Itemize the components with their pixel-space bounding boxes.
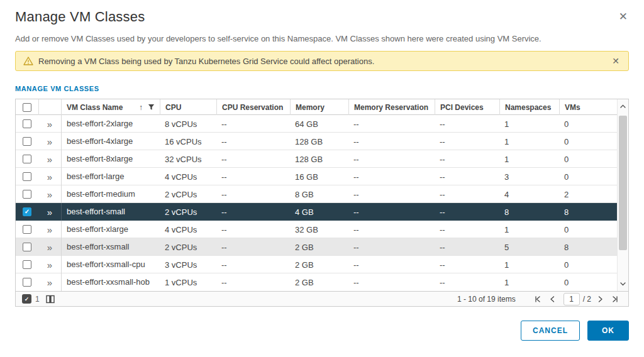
table-row[interactable]: » best-effort-small 2 vCPUs -- 4 GB -- -… [16, 203, 617, 221]
table-row[interactable]: » best-effort-large 4 vCPUs -- 16 GB -- … [16, 168, 617, 185]
row-checkbox[interactable] [23, 137, 31, 146]
column-header-cpu[interactable]: CPU [160, 99, 216, 115]
current-page-input[interactable] [564, 293, 580, 305]
scrollbar-thumb[interactable] [619, 116, 627, 250]
select-all-checkbox[interactable] [23, 103, 31, 112]
table-row[interactable]: » best-effort-8xlarge 32 vCPUs -- 128 GB… [16, 150, 617, 168]
table-row[interactable]: » best-effort-xsmall 2 vCPUs -- 2 GB -- … [16, 238, 617, 256]
expand-row-icon[interactable]: » [47, 225, 52, 234]
cell-cpu-reservation: -- [216, 119, 290, 129]
scroll-up-icon[interactable] [618, 99, 628, 113]
cancel-button[interactable]: CANCEL [521, 321, 580, 341]
close-icon[interactable]: ✕ [618, 9, 629, 25]
expand-row-icon[interactable]: » [47, 137, 52, 146]
row-checkbox[interactable] [23, 190, 31, 199]
cell-namespaces: 4 [499, 190, 559, 199]
cell-pci-devices: -- [435, 190, 499, 199]
ok-button[interactable]: OK [587, 321, 629, 341]
cell-memory: 4 GB [290, 207, 348, 217]
cell-cpu: 16 vCPUs [160, 137, 216, 146]
scroll-down-icon[interactable] [618, 277, 628, 291]
cell-cpu-reservation: -- [216, 278, 290, 287]
cell-namespaces: 5 [499, 243, 559, 252]
table-row[interactable]: » best-effort-medium 2 vCPUs -- 8 GB -- … [16, 185, 617, 203]
selection-count-icon[interactable] [22, 294, 31, 304]
cell-cpu-reservation: -- [216, 172, 290, 182]
table-scroll-region: VM Class Name ↑ CPU CPU Reservation Memo… [16, 99, 628, 291]
cell-vm-class-name: best-effort-xlarge [61, 221, 160, 238]
expand-row-icon[interactable]: » [47, 155, 52, 164]
cell-vms: 0 [559, 155, 617, 164]
column-header-vms[interactable]: VMs [559, 99, 617, 115]
cell-cpu-reservation: -- [216, 190, 290, 199]
column-header-cpu-reservation[interactable]: CPU Reservation [216, 99, 290, 115]
table-row[interactable]: » best-effort-xxsmall-hob 1 vCPUs -- 2 G… [16, 273, 617, 291]
selection-count: 1 [35, 295, 40, 304]
cell-cpu: 2 vCPUs [160, 243, 216, 252]
table-row[interactable]: » best-effort-2xlarge 8 vCPUs -- 64 GB -… [16, 115, 617, 133]
cell-cpu-reservation: -- [216, 225, 290, 234]
cell-memory-reservation: -- [348, 119, 435, 129]
last-page-button[interactable] [608, 296, 623, 302]
dialog-header: Manage VM Classes ✕ [15, 9, 629, 25]
cell-memory-reservation: -- [348, 260, 435, 270]
manage-vm-classes-dialog: Manage VM Classes ✕ Add or remove VM Cla… [0, 0, 644, 357]
cell-vm-class-name: best-effort-4xlarge [61, 133, 160, 150]
row-checkbox[interactable] [23, 155, 31, 163]
cell-namespaces: 1 [499, 155, 559, 164]
row-checkbox[interactable] [23, 172, 31, 181]
column-picker-icon[interactable] [46, 295, 55, 304]
expand-row-icon[interactable]: » [47, 190, 52, 199]
scrollbar-track[interactable] [618, 113, 628, 277]
table-row[interactable]: » best-effort-xlarge 4 vCPUs -- 32 GB --… [16, 221, 617, 238]
row-checkbox[interactable] [23, 278, 31, 287]
warning-close-icon[interactable]: ✕ [609, 55, 622, 67]
cell-pci-devices: -- [435, 155, 499, 164]
column-header-namespaces[interactable]: Namespaces [499, 99, 559, 115]
sort-ascending-icon[interactable]: ↑ [139, 103, 143, 112]
cell-memory: 2 GB [290, 278, 348, 287]
cell-cpu: 4 vCPUs [160, 172, 216, 182]
previous-page-button[interactable] [545, 296, 559, 302]
row-checkbox[interactable] [23, 119, 31, 128]
cell-memory-reservation: -- [348, 155, 435, 164]
cell-memory-reservation: -- [348, 137, 435, 146]
table-row[interactable]: » best-effort-4xlarge 16 vCPUs -- 128 GB… [16, 133, 617, 150]
cell-pci-devices: -- [435, 172, 499, 182]
cell-vms: 2 [559, 190, 617, 199]
cell-vms: 0 [559, 225, 617, 234]
next-page-button[interactable] [594, 296, 608, 302]
row-checkbox[interactable] [23, 207, 31, 216]
cell-cpu: 8 vCPUs [160, 119, 216, 129]
expand-row-icon[interactable]: » [47, 243, 52, 252]
column-header-memory-reservation[interactable]: Memory Reservation [348, 99, 435, 115]
row-checkbox[interactable] [23, 225, 31, 234]
expand-row-icon[interactable]: » [47, 207, 52, 217]
row-checkbox[interactable] [23, 260, 31, 269]
filter-icon[interactable] [148, 104, 155, 111]
section-label-manage-vm-classes[interactable]: MANAGE VM CLASSES [15, 85, 629, 92]
column-header-pci-devices[interactable]: PCI Devices [435, 99, 499, 115]
vertical-scrollbar[interactable] [617, 99, 628, 291]
cell-memory-reservation: -- [348, 278, 435, 287]
cell-memory-reservation: -- [348, 243, 435, 252]
cell-memory: 2 GB [290, 243, 348, 252]
column-header-memory[interactable]: Memory [290, 99, 348, 115]
expand-row-icon[interactable]: » [47, 119, 52, 129]
cell-namespaces: 1 [499, 278, 559, 287]
expand-row-icon[interactable]: » [47, 172, 52, 182]
cell-pci-devices: -- [435, 243, 499, 252]
column-header-vm-class-name[interactable]: VM Class Name ↑ [61, 99, 160, 115]
warning-banner: Removing a VM Class being used by Tanzu … [15, 51, 629, 71]
vm-classes-table: VM Class Name ↑ CPU CPU Reservation Memo… [15, 99, 629, 307]
expand-row-icon[interactable]: » [47, 260, 52, 270]
cell-pci-devices: -- [435, 225, 499, 234]
cell-namespaces: 1 [499, 225, 559, 234]
first-page-button[interactable] [530, 296, 545, 302]
table-row[interactable]: » best-effort-xsmall-cpu 3 vCPUs -- 2 GB… [16, 256, 617, 273]
cell-vms: 8 [559, 207, 617, 217]
row-checkbox[interactable] [23, 243, 31, 251]
cell-cpu: 32 vCPUs [160, 155, 216, 164]
cell-memory: 32 GB [290, 225, 348, 234]
expand-row-icon[interactable]: » [47, 278, 52, 287]
